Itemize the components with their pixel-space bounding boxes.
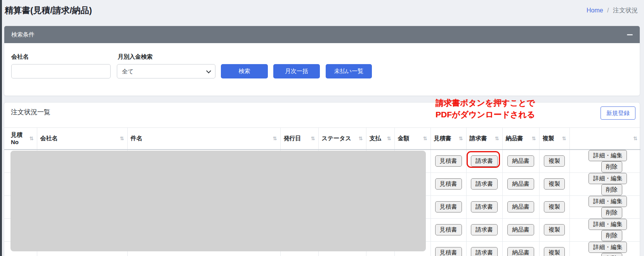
col-header-amount[interactable]: 金額⇅: [394, 128, 430, 150]
col-header-issue-date[interactable]: 発行日⇅: [280, 128, 318, 150]
company-name-label: 会社名: [11, 53, 29, 61]
search-button[interactable]: 検索: [221, 64, 268, 78]
invoice-doc-button[interactable]: 請求書: [471, 247, 498, 256]
breadcrumb-home-link[interactable]: Home: [587, 7, 603, 14]
sort-icon[interactable]: ⇅: [311, 136, 315, 141]
minus-icon: [627, 34, 633, 35]
col-header-delivery-doc[interactable]: 納品書⇅: [502, 128, 539, 150]
sort-icon[interactable]: ⇅: [495, 136, 499, 141]
monthly-batch-button[interactable]: 月次一括: [273, 64, 320, 78]
delivery-doc-button[interactable]: 納品書: [507, 155, 534, 167]
estimate-doc-button[interactable]: 見積書: [435, 224, 462, 235]
annotation-line-1: 請求書ボタンを押すことで: [436, 97, 535, 109]
breadcrumb-separator: /: [607, 7, 609, 14]
delivery-doc-button[interactable]: 納品書: [507, 201, 534, 212]
col-header-payment[interactable]: 支払⇅: [366, 128, 394, 150]
page-title: 精算書(見積/請求/納品): [5, 5, 92, 16]
duplicate-button[interactable]: 複製: [544, 155, 565, 167]
sort-icon[interactable]: ⇅: [30, 136, 34, 141]
table-header-row: 見積No⇅ 会社名⇅ 件名⇅ 発行日⇅ ステータス⇅ 支払⇅ 金額⇅ 見積書⇅ …: [4, 128, 641, 150]
company-name-input[interactable]: [11, 64, 111, 78]
estimate-doc-button[interactable]: 見積書: [435, 178, 462, 190]
delete-button[interactable]: 削除: [601, 161, 622, 172]
duplicate-button[interactable]: 複製: [544, 224, 565, 235]
breadcrumb-current: 注文状況: [613, 7, 638, 14]
delete-button[interactable]: 削除: [601, 253, 622, 256]
delivery-doc-button[interactable]: 納品書: [507, 178, 534, 190]
sort-icon[interactable]: ⇅: [532, 136, 536, 141]
estimate-doc-button[interactable]: 見積書: [435, 201, 462, 212]
breadcrumb: Home / 注文状況: [587, 7, 638, 15]
sort-icon[interactable]: ⇅: [359, 136, 363, 141]
detail-edit-button[interactable]: 詳細・編集: [588, 173, 627, 184]
delivery-doc-button[interactable]: 納品書: [507, 224, 534, 235]
annotation-note: 請求書ボタンを押すことで PDFがダウンロードされる: [436, 97, 535, 120]
search-panel-title: 検索条件: [11, 26, 35, 43]
sidebar-edge: [0, 0, 2, 256]
duplicate-button[interactable]: 複製: [544, 178, 565, 190]
delivery-doc-button[interactable]: 納品書: [507, 247, 534, 256]
sort-icon[interactable]: ⇅: [633, 136, 637, 141]
col-header-estimate-no[interactable]: 見積No⇅: [4, 128, 37, 150]
new-register-button[interactable]: 新規登録: [601, 106, 635, 120]
search-panel: 検索条件 会社名 月別入金検索 全て 検索 月次一括 未払い一覧: [4, 26, 640, 96]
monthly-payment-select[interactable]: 全て: [117, 64, 215, 78]
col-header-subject[interactable]: 件名⇅: [127, 128, 280, 150]
annotation-line-2: PDFがダウンロードされる: [436, 109, 535, 120]
delete-button[interactable]: 削除: [601, 184, 622, 195]
sort-icon[interactable]: ⇅: [423, 136, 427, 141]
redacted-data-overlay: [10, 151, 426, 251]
col-header-company[interactable]: 会社名⇅: [37, 128, 127, 150]
detail-edit-button[interactable]: 詳細・編集: [588, 150, 627, 161]
sort-icon[interactable]: ⇅: [120, 136, 124, 141]
col-header-actions[interactable]: ⇅: [569, 128, 641, 150]
invoice-doc-button[interactable]: 請求書: [471, 201, 498, 212]
col-header-duplicate[interactable]: 複製⇅: [539, 128, 569, 150]
monthly-payment-select-wrap: 全て: [117, 64, 215, 78]
monthly-payment-label: 月別入金検索: [118, 53, 153, 61]
collapse-button[interactable]: [624, 31, 634, 38]
detail-edit-button[interactable]: 詳細・編集: [588, 219, 627, 230]
order-list-title: 注文状況一覧: [11, 108, 50, 117]
unpaid-list-button[interactable]: 未払い一覧: [326, 64, 372, 78]
detail-edit-button[interactable]: 詳細・編集: [588, 242, 627, 253]
estimate-doc-button[interactable]: 見積書: [435, 155, 462, 167]
search-panel-header: 検索条件: [4, 26, 640, 43]
col-header-invoice-doc[interactable]: 請求書⇅: [466, 128, 502, 150]
page: 精算書(見積/請求/納品) Home / 注文状況 検索条件 会社名 月別入金検…: [0, 0, 644, 256]
duplicate-button[interactable]: 複製: [544, 247, 565, 256]
col-header-estimate-doc[interactable]: 見積書⇅: [430, 128, 466, 150]
delete-button[interactable]: 削除: [601, 207, 622, 218]
invoice-doc-button[interactable]: 請求書: [471, 155, 498, 167]
sort-icon[interactable]: ⇅: [387, 136, 391, 141]
sort-icon[interactable]: ⇅: [459, 136, 463, 141]
duplicate-button[interactable]: 複製: [544, 201, 565, 212]
delete-button[interactable]: 削除: [601, 230, 622, 241]
detail-edit-button[interactable]: 詳細・編集: [588, 196, 627, 207]
sort-icon[interactable]: ⇅: [562, 136, 566, 141]
sort-icon[interactable]: ⇅: [273, 136, 277, 141]
invoice-doc-button[interactable]: 請求書: [471, 224, 498, 235]
estimate-doc-button[interactable]: 見積書: [435, 247, 462, 256]
col-header-status[interactable]: ステータス⇅: [318, 128, 366, 150]
invoice-doc-button[interactable]: 請求書: [471, 178, 498, 190]
